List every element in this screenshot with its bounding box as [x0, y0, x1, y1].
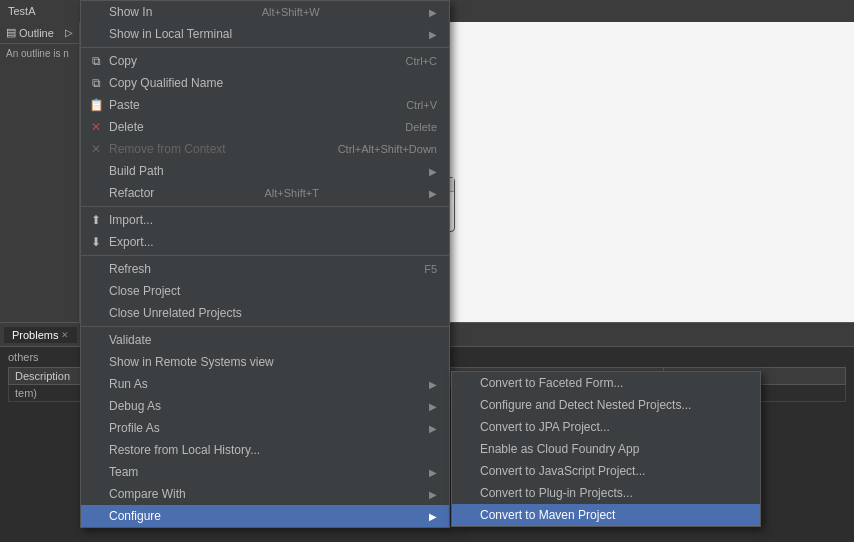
tab-problems-close[interactable]: ✕ [61, 330, 69, 340]
copy-icon: ⧉ [87, 54, 105, 68]
menu-label-close-unrelated: Close Unrelated Projects [109, 306, 242, 320]
shortcut-delete: Delete [405, 121, 437, 133]
menu-item-refactor[interactable]: Refactor Alt+Shift+T ▶ [81, 182, 449, 204]
submenu-label-plugin: Convert to Plug-in Projects... [480, 486, 633, 500]
menu-label-configure: Configure [109, 509, 161, 523]
menu-item-export[interactable]: ⬇ Export... [81, 231, 449, 253]
menu-label-show-in: Show In [109, 5, 152, 19]
import-icon: ⬆ [87, 213, 105, 227]
shortcut-copy: Ctrl+C [406, 55, 437, 67]
menu-item-import[interactable]: ⬆ Import... [81, 209, 449, 231]
sidebar-content: An outline is n [0, 44, 79, 63]
remove-context-icon: ✕ [87, 142, 105, 156]
menu-label-close-project: Close Project [109, 284, 180, 298]
menu-item-refresh[interactable]: Refresh F5 [81, 258, 449, 280]
menu-label-paste: Paste [109, 98, 140, 112]
submenu-label-maven: Convert to Maven Project [480, 508, 615, 522]
menu-label-refresh: Refresh [109, 262, 151, 276]
submenu-item-js[interactable]: Convert to JavaScript Project... [452, 460, 760, 482]
menu-item-team[interactable]: Team ▶ [81, 461, 449, 483]
shortcut-refresh: F5 [424, 263, 437, 275]
menu-item-close-unrelated[interactable]: Close Unrelated Projects [81, 302, 449, 324]
menu-item-compare-with[interactable]: Compare With ▶ [81, 483, 449, 505]
arrow-run-as: ▶ [429, 379, 437, 390]
menu-item-profile-as[interactable]: Profile As ▶ [81, 417, 449, 439]
menu-item-run-as[interactable]: Run As ▶ [81, 373, 449, 395]
separator-2 [81, 206, 449, 207]
submenu-configure: Convert to Faceted Form... Configure and… [451, 371, 761, 527]
menu-label-build-path: Build Path [109, 164, 164, 178]
arrow-debug-as: ▶ [429, 401, 437, 412]
arrow-show-in: ▶ [429, 7, 437, 18]
menu-item-validate[interactable]: Validate [81, 329, 449, 351]
menu-label-debug-as: Debug As [109, 399, 161, 413]
separator-4 [81, 326, 449, 327]
submenu-item-nested[interactable]: Configure and Detect Nested Projects... [452, 394, 760, 416]
context-menu: Show In Alt+Shift+W ▶ Show in Local Term… [80, 0, 450, 528]
copy-qualified-icon: ⧉ [87, 76, 105, 90]
sidebar-text: An outline is n [6, 48, 69, 59]
menu-item-delete[interactable]: ✕ Delete Delete [81, 116, 449, 138]
arrow-configure: ▶ [429, 511, 437, 522]
menu-label-copy-qualified: Copy Qualified Name [109, 76, 223, 90]
menu-label-refactor: Refactor [109, 186, 154, 200]
sidebar-expand-icon[interactable]: ▷ [65, 27, 73, 38]
menu-label-run-as: Run As [109, 377, 148, 391]
submenu-item-plugin[interactable]: Convert to Plug-in Projects... [452, 482, 760, 504]
menu-label-import: Import... [109, 213, 153, 227]
menu-item-copy-qualified[interactable]: ⧉ Copy Qualified Name [81, 72, 449, 94]
submenu-label-jpa: Convert to JPA Project... [480, 420, 610, 434]
submenu-label-cloud: Enable as Cloud Foundry App [480, 442, 639, 456]
menu-label-remove-context: Remove from Context [109, 142, 226, 156]
menu-item-close-project[interactable]: Close Project [81, 280, 449, 302]
menu-item-copy[interactable]: ⧉ Copy Ctrl+C [81, 50, 449, 72]
submenu-label-js: Convert to JavaScript Project... [480, 464, 645, 478]
submenu-item-jpa[interactable]: Convert to JPA Project... [452, 416, 760, 438]
delete-icon: ✕ [87, 120, 105, 134]
menu-label-profile-as: Profile As [109, 421, 160, 435]
menu-label-copy: Copy [109, 54, 137, 68]
app-title: TestA [8, 5, 36, 17]
menu-item-remove-context: ✕ Remove from Context Ctrl+Alt+Shift+Dow… [81, 138, 449, 160]
menu-label-restore: Restore from Local History... [109, 443, 260, 457]
sidebar-icon: ▤ [6, 26, 16, 39]
menu-label-validate: Validate [109, 333, 151, 347]
submenu-label-nested: Configure and Detect Nested Projects... [480, 398, 691, 412]
menu-item-build-path[interactable]: Build Path ▶ [81, 160, 449, 182]
arrow-build-path: ▶ [429, 166, 437, 177]
filter-label: others [8, 351, 39, 363]
sidebar-title: ▤ Outline ▷ [0, 22, 79, 44]
paste-icon: 📋 [87, 98, 105, 112]
shortcut-paste: Ctrl+V [406, 99, 437, 111]
menu-item-paste[interactable]: 📋 Paste Ctrl+V [81, 94, 449, 116]
submenu-item-maven[interactable]: Convert to Maven Project [452, 504, 760, 526]
arrow-terminal: ▶ [429, 29, 437, 40]
sidebar-label: Outline [19, 27, 54, 39]
arrow-profile-as: ▶ [429, 423, 437, 434]
tab-problems-label: Problems [12, 329, 58, 341]
menu-item-debug-as[interactable]: Debug As ▶ [81, 395, 449, 417]
arrow-refactor: ▶ [429, 188, 437, 199]
menu-label-export: Export... [109, 235, 154, 249]
shortcut-show-in: Alt+Shift+W [262, 6, 320, 18]
menu-item-show-remote[interactable]: Show in Remote Systems view [81, 351, 449, 373]
submenu-item-cloud[interactable]: Enable as Cloud Foundry App [452, 438, 760, 460]
menu-item-show-terminal[interactable]: Show in Local Terminal ▶ [81, 23, 449, 45]
tab-problems[interactable]: Problems ✕ [4, 327, 77, 343]
separator-1 [81, 47, 449, 48]
shortcut-remove: Ctrl+Alt+Shift+Down [338, 143, 437, 155]
menu-label-delete: Delete [109, 120, 144, 134]
arrow-team: ▶ [429, 467, 437, 478]
menu-item-show-in[interactable]: Show In Alt+Shift+W ▶ [81, 1, 449, 23]
menu-item-configure[interactable]: Configure ▶ Convert to Faceted Form... C… [81, 505, 449, 527]
arrow-compare-with: ▶ [429, 489, 437, 500]
submenu-label-faceted: Convert to Faceted Form... [480, 376, 623, 390]
menu-label-show-remote: Show in Remote Systems view [109, 355, 274, 369]
menu-label-team: Team [109, 465, 138, 479]
menu-item-restore[interactable]: Restore from Local History... [81, 439, 449, 461]
shortcut-refactor: Alt+Shift+T [264, 187, 318, 199]
menu-label-compare-with: Compare With [109, 487, 186, 501]
left-sidebar: ▤ Outline ▷ An outline is n [0, 22, 80, 322]
submenu-item-faceted[interactable]: Convert to Faceted Form... [452, 372, 760, 394]
menu-label-terminal: Show in Local Terminal [109, 27, 232, 41]
